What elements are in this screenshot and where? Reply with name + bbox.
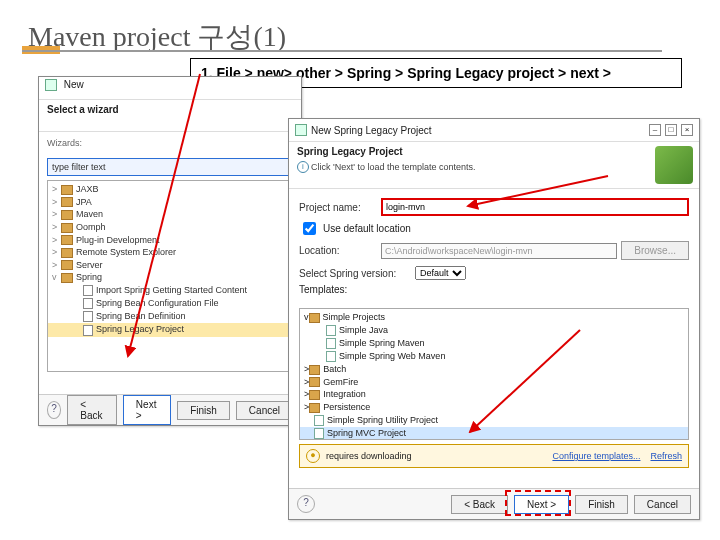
dialog-titlebar[interactable]: New [39,77,301,100]
finish-button[interactable]: Finish [575,495,628,514]
tree-item[interactable]: Spring Legacy Project [48,323,292,336]
slide: Maven project 구성(1) 1. File > new> other… [0,0,720,540]
help-icon[interactable]: ? [297,495,315,513]
wizard-tree[interactable]: >JAXB>JPA>Maven>Oomph>Plug-in Developmen… [47,180,293,372]
wizard-icon [45,79,57,91]
tree-item[interactable]: >JPA [48,196,292,209]
tree-item[interactable]: >Plug-in Development [48,234,292,247]
wizards-label: Wizards: [39,138,301,154]
filter-input[interactable]: type filter text [47,158,293,176]
title-underline [22,50,662,52]
template-item[interactable]: Simple Java [300,324,688,337]
template-item[interactable]: >Integration [300,388,688,401]
browse-button: Browse... [621,241,689,260]
banner-subtitle: Click 'Next' to load the template conten… [311,162,476,172]
template-item[interactable]: vSimple Projects [300,311,688,324]
project-name-input[interactable] [381,198,689,216]
templates-label: Templates: [299,284,347,295]
cancel-button[interactable]: Cancel [634,495,691,514]
template-item[interactable]: >Persistence [300,401,688,414]
templates-tree[interactable]: vSimple ProjectsSimple JavaSimple Spring… [299,308,689,440]
new-wizard-dialog: New Select a wizard Wizards: type filter… [38,76,302,426]
location-input [381,243,617,259]
tree-item[interactable]: Import Spring Getting Started Content [48,284,292,297]
help-icon[interactable]: ? [47,401,61,419]
button-row: ? < Back Next > Finish Cancel [289,488,699,519]
back-button[interactable]: < Back [67,395,117,425]
form-area: Project name: Use default location Locat… [289,189,699,304]
location-label: Location: [299,245,377,256]
minimize-icon[interactable]: – [649,124,661,136]
dialog-title: New Spring Legacy Project [311,125,432,136]
banner: Spring Legacy Project i Click 'Next' to … [289,142,699,189]
spring-legacy-dialog: New Spring Legacy Project – □ × Spring L… [288,118,700,520]
use-default-label: Use default location [323,223,411,234]
warn-icon: ● [306,449,320,463]
requires-download-bar: ● requires downloading Configure templat… [299,444,689,468]
tree-item[interactable]: >Maven [48,208,292,221]
tree-item[interactable]: >Remote System Explorer [48,246,292,259]
wizard-header: Select a wizard [39,100,301,117]
tree-item[interactable]: >Oomph [48,221,292,234]
tree-item[interactable]: >Server [48,259,292,272]
template-item[interactable]: Simple Spring Utility Project [300,414,688,427]
spring-version-label: Select Spring version: [299,268,411,279]
template-item[interactable]: >Batch [300,363,688,376]
tree-item[interactable]: vSpring [48,271,292,284]
info-icon: i [297,161,309,173]
configure-templates-link[interactable]: Configure templates... [552,451,640,461]
banner-title: Spring Legacy Project [297,146,403,157]
spring-icon [655,146,693,184]
back-button[interactable]: < Back [451,495,508,514]
finish-button[interactable]: Finish [177,401,230,420]
red-highlight-next [505,490,571,516]
spring-version-select[interactable]: Default [415,266,466,280]
requires-download-label: requires downloading [326,451,412,461]
cancel-button[interactable]: Cancel [236,401,293,420]
template-item[interactable]: Spring MVC Project [300,427,688,440]
maximize-icon[interactable]: □ [665,124,677,136]
close-icon[interactable]: × [681,124,693,136]
next-button[interactable]: Next > [123,395,171,425]
refresh-link[interactable]: Refresh [650,451,682,461]
dialog-titlebar[interactable]: New Spring Legacy Project – □ × [289,119,699,142]
tree-item[interactable]: >JAXB [48,183,292,196]
window-controls: – □ × [649,124,693,136]
use-default-checkbox[interactable] [303,222,316,235]
template-item[interactable]: Simple Spring Web Maven [300,350,688,363]
button-row: ? < Back Next > Finish Cancel [39,394,301,425]
template-item[interactable]: >GemFire [300,376,688,389]
project-name-label: Project name: [299,202,377,213]
template-item[interactable]: Simple Spring Maven [300,337,688,350]
tree-item[interactable]: Spring Bean Configuration File [48,297,292,310]
dialog-title: New [64,79,84,90]
tree-item[interactable]: Spring Bean Definition [48,310,292,323]
wizard-icon [295,124,307,136]
